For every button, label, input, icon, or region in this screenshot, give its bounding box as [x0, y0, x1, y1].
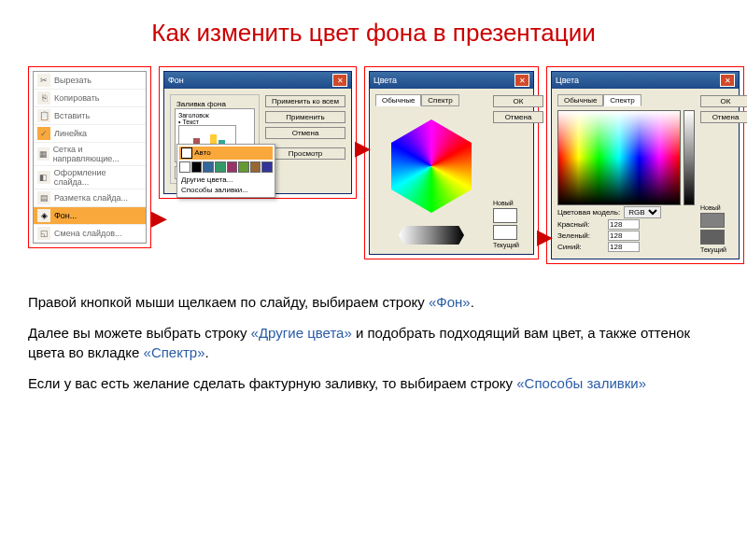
- scissors-icon: ✂: [37, 74, 50, 87]
- background-icon: ◈: [37, 209, 50, 222]
- color-dropdown-popup: Авто Другие цвета... Способы заливки...: [176, 144, 275, 198]
- ctx-grid[interactable]: ▦Сетка и направляющие...: [34, 143, 146, 166]
- apply-button[interactable]: Применить: [265, 111, 345, 123]
- check-icon: ✓: [37, 127, 50, 140]
- ctx-cut[interactable]: ✂Вырезать: [34, 72, 146, 90]
- colors-std-dialog: Цвета ✕ Обычные Спектр ОК Отмена: [369, 71, 534, 255]
- green-input[interactable]: [608, 231, 640, 241]
- context-menu: ✂Вырезать ⎘Копировать 📋Вставить ✓Линейка…: [33, 71, 147, 244]
- ctx-copy[interactable]: ⎘Копировать: [34, 90, 146, 107]
- bg-dialog-title: Фон: [168, 76, 184, 85]
- ctx-ruler[interactable]: ✓Линейка: [34, 125, 146, 143]
- current-color-swatch: [700, 230, 725, 245]
- grayscale-hex[interactable]: [399, 226, 464, 245]
- screenshot-row: ✂Вырезать ⎘Копировать 📋Вставить ✓Линейка…: [28, 66, 719, 264]
- apply-all-button[interactable]: Применить ко всем: [265, 95, 345, 107]
- ok-button[interactable]: ОК: [700, 95, 747, 107]
- description-p2: Далее вы можете выбрать строку «Другие ц…: [28, 323, 719, 362]
- tab-standard[interactable]: Обычные: [557, 94, 603, 106]
- color-swatches[interactable]: [179, 161, 273, 173]
- page-title: Как изменить цвет фона в презентации: [28, 19, 719, 48]
- description-p3: Если у вас есть желание сделать фактурну…: [28, 373, 719, 393]
- panel-colors-spectrum: Цвета ✕ Обычные Спектр Цветовая моде: [546, 66, 744, 264]
- paste-icon: 📋: [37, 109, 50, 122]
- spectrum-picker[interactable]: [557, 110, 681, 205]
- panel-bg-dialog: Фон ✕ Заливка фона Заголовок • Текст: [159, 66, 357, 199]
- ctx-background[interactable]: ◈Фон...: [34, 207, 146, 225]
- ctx-layout[interactable]: ▤Разметка слайда...: [34, 189, 146, 207]
- ok-button[interactable]: ОК: [493, 95, 543, 107]
- ctx-transition[interactable]: ◱Смена слайдов...: [34, 225, 146, 243]
- new-color-swatch: [493, 208, 517, 223]
- auto-option[interactable]: Авто: [179, 147, 273, 160]
- colors-spec-dialog: Цвета ✕ Обычные Спектр Цветовая моде: [551, 71, 740, 259]
- luminance-slider[interactable]: [684, 110, 695, 205]
- cancel-button[interactable]: Отмена: [700, 111, 747, 123]
- grid-icon: ▦: [37, 147, 49, 161]
- tab-standard[interactable]: Обычные: [375, 94, 421, 106]
- ctx-paste[interactable]: 📋Вставить: [34, 107, 146, 125]
- current-color-swatch: [493, 225, 517, 240]
- new-color-swatch: [700, 213, 725, 228]
- bg-dialog-titlebar: Фон ✕: [164, 72, 351, 89]
- copy-icon: ⎘: [37, 91, 50, 105]
- panel-context-menu: ✂Вырезать ⎘Копировать 📋Вставить ✓Линейка…: [28, 66, 151, 248]
- more-colors-option[interactable]: Другие цвета...: [179, 175, 273, 185]
- arrow-icon: ▶: [355, 136, 371, 161]
- arrow-icon: ▶: [151, 206, 167, 231]
- description-p1: Правой кнопкой мыши щелкаем по слайду, в…: [28, 292, 719, 312]
- close-icon[interactable]: ✕: [514, 74, 529, 87]
- color-model-select[interactable]: RGB: [624, 206, 661, 218]
- close-icon[interactable]: ✕: [720, 74, 735, 87]
- panel-colors-standard: Цвета ✕ Обычные Спектр ОК Отмена: [364, 66, 539, 259]
- blue-input[interactable]: [608, 242, 640, 252]
- colors-spec-titlebar: Цвета ✕: [552, 72, 739, 89]
- fill-methods-option[interactable]: Способы заливки...: [179, 185, 273, 195]
- ctx-design[interactable]: ◧Оформление слайда...: [34, 166, 146, 189]
- layout-icon: ▤: [37, 191, 50, 204]
- cancel-button[interactable]: Отмена: [265, 127, 345, 139]
- tab-spectrum[interactable]: Спектр: [603, 94, 641, 106]
- colors-std-titlebar: Цвета ✕: [370, 72, 533, 89]
- transition-icon: ◱: [37, 227, 50, 240]
- hex-color-picker[interactable]: [375, 110, 487, 222]
- tab-spectrum[interactable]: Спектр: [421, 94, 458, 106]
- arrow-icon: ▶: [537, 225, 553, 249]
- design-icon: ◧: [37, 171, 50, 184]
- close-icon[interactable]: ✕: [332, 74, 347, 87]
- cancel-button[interactable]: Отмена: [493, 111, 543, 123]
- preview-button[interactable]: Просмотр: [265, 147, 345, 160]
- red-input[interactable]: [608, 219, 640, 230]
